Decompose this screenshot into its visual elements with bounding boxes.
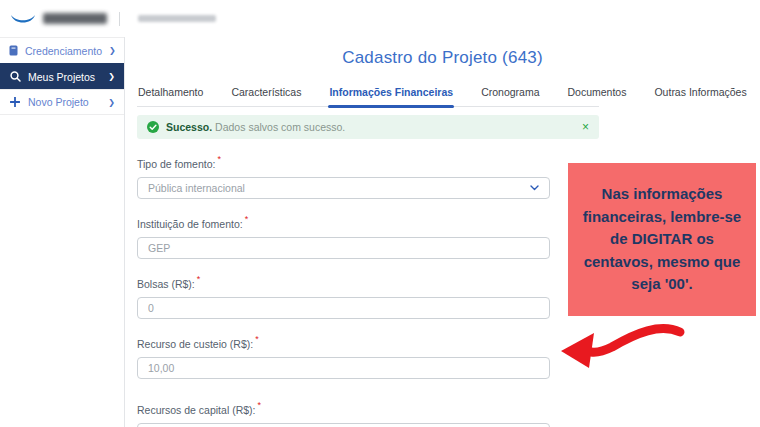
field-label: Bolsas (R$):	[137, 278, 195, 290]
chevron-down-icon	[530, 183, 539, 193]
field-tipo-de-fomento: Tipo de fomento:* Pública internacional	[137, 154, 550, 199]
selected-option: Pública internacional	[148, 182, 245, 194]
annotation-arrow-icon	[556, 321, 688, 377]
check-circle-icon	[147, 121, 159, 133]
field-label: Instituição de fomento:	[137, 218, 243, 230]
sidebar-item-label: Novo Projeto	[28, 96, 89, 108]
field-instituicao-de-fomento: Instituição de fomento:*	[137, 214, 550, 259]
tab-informacoes-financeiras[interactable]: Informações Financeiras	[328, 80, 454, 106]
required-marker: *	[245, 214, 249, 224]
tab-bar: Detalhamento Características Informações…	[137, 80, 599, 107]
chevron-right-icon: ❯	[109, 46, 116, 55]
tab-caracteristicas[interactable]: Características	[230, 80, 302, 106]
required-marker: *	[197, 274, 201, 284]
header-divider	[119, 12, 120, 26]
field-label: Tipo de fomento:	[137, 158, 215, 170]
sidebar-item-label: Credenciamento	[25, 45, 102, 57]
sidebar-item-credenciamento[interactable]: Credenciamento ❯	[0, 37, 124, 63]
tab-outras-informacoes[interactable]: Outras Informações	[653, 80, 747, 106]
tab-cronograma[interactable]: Cronograma	[480, 80, 540, 106]
header-blurred-subtext	[138, 15, 216, 22]
credential-icon	[9, 45, 18, 56]
field-label: Recurso de custeio (R$):	[137, 338, 253, 350]
annotation-note: Nas informações financeiras, lembre-se d…	[568, 163, 756, 316]
chevron-right-icon: ❯	[108, 72, 115, 81]
field-label: Recursos de capital (R$):	[137, 404, 255, 416]
tipo-de-fomento-select[interactable]: Pública internacional	[137, 177, 550, 199]
sidebar-item-label: Meus Projetos	[28, 71, 95, 83]
field-recursos-de-capital: Recursos de capital (R$):*	[137, 400, 550, 427]
page-title: Cadastro do Projeto (643)	[125, 48, 760, 68]
sidebar-item-meus-projetos[interactable]: Meus Projetos ❯	[0, 63, 124, 89]
instituicao-de-fomento-input[interactable]	[137, 237, 550, 259]
search-icon	[9, 71, 21, 82]
chevron-right-icon: ❯	[108, 98, 115, 107]
required-marker: *	[255, 334, 259, 344]
brand-blurred-text	[43, 13, 107, 24]
required-marker: *	[257, 400, 261, 410]
field-bolsas: Bolsas (R$):*	[137, 274, 550, 319]
sidebar: Credenciamento ❯ Meus Projetos ❯ Novo Pr…	[0, 37, 125, 427]
tab-detalhamento[interactable]: Detalhamento	[137, 80, 204, 106]
tab-documentos[interactable]: Documentos	[567, 80, 628, 106]
sidebar-item-novo-projeto[interactable]: Novo Projeto ❯	[0, 89, 124, 115]
success-alert: Sucesso. Dados salvos com sucesso. ×	[137, 115, 599, 139]
bolsas-input[interactable]	[137, 297, 550, 319]
alert-message: Dados salvos com sucesso.	[215, 121, 345, 133]
alert-title: Sucesso.	[166, 121, 212, 133]
brand-swoosh-icon	[10, 11, 36, 27]
field-recurso-de-custeio: Recurso de custeio (R$):*	[137, 334, 550, 379]
brand-logo	[10, 11, 107, 27]
top-header	[0, 0, 760, 37]
recurso-de-custeio-input[interactable]	[137, 357, 550, 379]
required-marker: *	[217, 154, 221, 164]
recursos-de-capital-input[interactable]	[137, 423, 550, 427]
close-icon[interactable]: ×	[582, 121, 589, 133]
plus-icon	[9, 97, 21, 107]
